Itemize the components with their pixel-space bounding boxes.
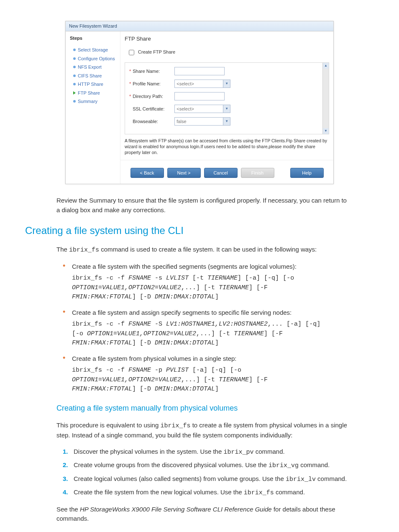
share-name-label: Share Name: (133, 68, 174, 75)
chevron-down-icon[interactable]: ▼ (223, 80, 230, 87)
intro-paragraph: The ibrix_fs command is used to create a… (56, 245, 349, 255)
bullet-lead: Create a file system with the specified … (72, 262, 349, 272)
create-ftp-share-row: Create FTP Share (125, 47, 329, 62)
chevron-down-icon[interactable]: ▼ (223, 105, 230, 113)
command-bullets: Create a file system with the specified … (63, 262, 349, 394)
step-nfs-export[interactable]: NFS Export (73, 63, 118, 72)
intro-cmd: ibrix_fs (69, 247, 99, 254)
numbered-steps: Discover the physical volumes in the sys… (63, 447, 349, 498)
ssl-certificate-label: SSL Certificate: (133, 105, 174, 113)
scroll-up-icon[interactable]: ▲ (323, 63, 329, 69)
bullet-lead: Create a file system and assign specify … (72, 308, 349, 318)
review-paragraph: Review the Summary to ensure that the fi… (56, 196, 349, 215)
ref-title: HP StorageWorks X9000 File Serving Softw… (80, 506, 272, 513)
browseable-row: *Browseable: false▼ (129, 117, 325, 126)
step-ftp-share[interactable]: FTP Share (73, 89, 118, 98)
share-name-input[interactable] (174, 67, 225, 75)
sub-intro-pre: This procedure is equivalent to using (56, 421, 160, 429)
chevron-down-icon[interactable]: ▼ (223, 118, 230, 125)
ref-pre: See the (56, 506, 80, 513)
step-http-share[interactable]: HTTP Share (73, 80, 118, 89)
step-label: HTTP Share (78, 81, 103, 88)
help-button[interactable]: Help (290, 168, 324, 178)
share-name-row: *Share Name: (129, 67, 325, 75)
create-ftp-share-checkbox[interactable] (129, 50, 134, 55)
wizard-button-bar: < Back Next > Cancel Finish Help (120, 160, 333, 184)
numbered-step-item: Create the file system from the new logi… (63, 488, 349, 498)
form-area: ▲ ▼ *Share Name: *Profile Name: <select>… (125, 62, 329, 134)
command-bullet-item: Create a file system and assign specify … (63, 308, 349, 348)
bullet-icon (73, 57, 76, 60)
wizard-steps-panel: Steps Select Storage Configure Options N… (66, 31, 120, 184)
command-bullet-item: Create a file system with the specified … (63, 262, 349, 302)
bullet-icon (73, 100, 76, 103)
scroll-down-icon[interactable]: ▼ (323, 128, 329, 134)
profile-name-label: Profile Name: (133, 80, 174, 87)
bullet-icon (73, 75, 76, 77)
panel-title: FTP Share (120, 31, 333, 45)
step-select-storage[interactable]: Select Storage (73, 46, 118, 54)
sub-intro-paragraph: This procedure is equivalent to using ib… (56, 421, 349, 440)
new-filesystem-wizard: New Filesystem Wizard Steps Select Stora… (65, 21, 334, 184)
command-block: ibrix_fs -c -f FSNAME -S LV1:HOSTNAME1,L… (72, 320, 349, 348)
back-button[interactable]: < Back (130, 168, 164, 178)
reference-paragraph: See the HP StorageWorks X9000 File Servi… (56, 505, 349, 524)
form-scrollbar[interactable]: ▲ ▼ (322, 63, 329, 134)
wizard-steps-list: Select Storage Configure Options NFS Exp… (69, 46, 118, 106)
step-label: Configure Options (78, 55, 115, 62)
ssl-certificate-value: <select> (176, 105, 194, 113)
step-label: CIFS Share (78, 72, 102, 80)
active-arrow-icon (73, 91, 76, 95)
step-summary[interactable]: Summary (73, 97, 118, 106)
command-block: ibrix_fs -c -f FSNAME -p PVLIST [-a] [-q… (72, 366, 349, 394)
wizard-note: A filesystem with FTP share(s) can be ac… (120, 137, 333, 160)
subsection-heading-manual: Creating a file system manually from phy… (56, 403, 374, 414)
step-label: NFS Export (78, 64, 102, 71)
numbered-step-item: Discover the physical volumes in the sys… (63, 447, 349, 457)
finish-button: Finish (241, 168, 274, 178)
wizard-steps-header: Steps (69, 35, 118, 42)
ssl-certificate-row: *SSL Certificate: <select>▼ (129, 105, 325, 113)
next-button[interactable]: Next > (167, 168, 201, 178)
numbered-step-item: Create volume groups from the discovered… (63, 460, 349, 471)
step-configure-options[interactable]: Configure Options (73, 54, 118, 63)
profile-name-row: *Profile Name: <select>▼ (129, 80, 325, 88)
bullet-icon (73, 66, 76, 68)
step-cifs-share[interactable]: CIFS Share (73, 72, 118, 80)
browseable-select[interactable]: false▼ (174, 117, 230, 126)
browseable-value: false (176, 118, 186, 125)
bullet-icon (73, 83, 76, 85)
intro-post: command is used to create a file system.… (99, 246, 317, 253)
step-label: Select Storage (78, 46, 108, 54)
sub-intro-cmd: ibrix_fs (160, 422, 190, 429)
bullet-icon (73, 49, 76, 51)
intro-pre: The (56, 246, 69, 253)
step-label: Summary (78, 98, 97, 105)
command-block: ibrix_fs -c -f FSNAME -s LVLIST [-t TIER… (72, 274, 349, 302)
section-heading-cli: Creating a file system using the CLI (25, 223, 374, 238)
profile-name-select[interactable]: <select>▼ (174, 80, 230, 88)
browseable-label: Browseable: (133, 118, 174, 125)
profile-name-value: <select> (176, 80, 194, 87)
wizard-title-bar: New Filesystem Wizard (66, 21, 333, 31)
create-ftp-share-label: Create FTP Share (138, 49, 175, 54)
command-bullet-item: Create a file system from physical volum… (63, 354, 349, 394)
cancel-button[interactable]: Cancel (204, 168, 238, 178)
directory-path-label: Directory Path: (133, 93, 174, 100)
numbered-step-item: Create logical volumes (also called segm… (63, 474, 349, 485)
directory-path-input[interactable] (174, 92, 225, 100)
ssl-certificate-select[interactable]: <select>▼ (174, 105, 230, 113)
directory-path-row: *Directory Path: (129, 92, 325, 100)
step-label: FTP Share (78, 90, 100, 97)
bullet-lead: Create a file system from physical volum… (72, 354, 349, 364)
